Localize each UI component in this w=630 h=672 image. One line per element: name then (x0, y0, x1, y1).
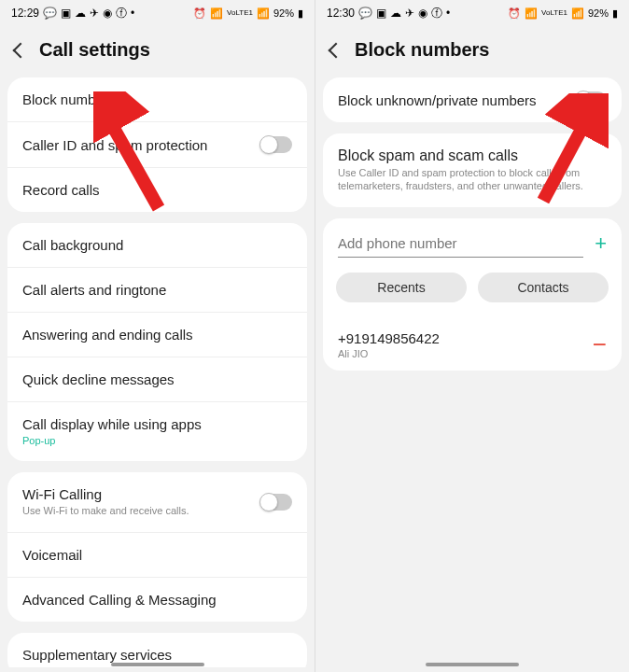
sublabel: Use Wi-Fi to make and receive calls. (22, 504, 260, 517)
page-title: Call settings (39, 39, 150, 61)
settings-group-2: Call background Call alerts and ringtone… (7, 223, 307, 461)
clock: 12:29 (11, 7, 39, 20)
label: Answering and ending calls (22, 327, 193, 343)
row-advanced[interactable]: Advanced Calling & Messaging (7, 578, 307, 622)
battery-text: 92% (588, 7, 609, 19)
row-block-numbers[interactable]: Block numbers (7, 77, 307, 122)
wifi-icon: 📶 (525, 7, 538, 20)
label: Call display while using apps (22, 416, 292, 432)
blocked-number: +919149856422 (338, 330, 440, 346)
minus-icon[interactable]: − (593, 332, 607, 357)
telegram-icon: ✈ (405, 7, 414, 20)
signal-icon: 📶 (257, 7, 270, 20)
facebook-icon: ⓕ (431, 6, 442, 21)
row-block-spam[interactable]: Block spam and scam calls Use Caller ID … (323, 133, 622, 207)
row-call-alerts[interactable]: Call alerts and ringtone (7, 268, 307, 313)
label: Block spam and scam calls (338, 147, 607, 164)
telegram-icon: ✈ (90, 7, 99, 20)
wifi-icon: 📶 (210, 7, 223, 20)
back-icon[interactable] (329, 42, 344, 58)
header: Call settings (0, 26, 315, 77)
home-indicator[interactable] (111, 663, 204, 666)
settings-group-3: Wi-Fi Calling Use Wi-Fi to make and rece… (7, 472, 307, 621)
row-caller-id[interactable]: Caller ID and spam protection (7, 122, 307, 168)
play-icon: ▣ (61, 7, 71, 20)
cloud-icon: ☁ (75, 7, 86, 20)
row-quick-decline[interactable]: Quick decline messages (7, 357, 307, 402)
phone-left: 12:29 💬 ▣ ☁ ✈ ◉ ⓕ • ⏰ 📶 VoLTE1 📶 92% ▮ C… (0, 0, 315, 672)
sublabel: Pop-up (22, 434, 292, 447)
label: Block numbers (22, 91, 115, 107)
volte-icon: VoLTE1 (227, 9, 253, 17)
back-icon[interactable] (13, 42, 29, 58)
add-phone-input[interactable] (338, 230, 583, 258)
camera-icon: ◉ (418, 7, 427, 20)
home-indicator[interactable] (426, 663, 519, 666)
camera-icon: ◉ (103, 7, 112, 20)
alarm-icon: ⏰ (508, 7, 521, 20)
block-spam-card: Block spam and scam calls Use Caller ID … (323, 133, 622, 207)
chat-icon: 💬 (43, 7, 57, 20)
volte-icon: VoLTE1 (541, 9, 567, 17)
alarm-icon: ⏰ (193, 7, 206, 20)
more-icon: • (131, 7, 134, 20)
label: Advanced Calling & Messaging (22, 592, 217, 608)
sublabel: Use Caller ID and spam protection to blo… (338, 166, 607, 193)
blocked-name: Ali JIO (338, 348, 440, 359)
status-bar: 12:29 💬 ▣ ☁ ✈ ◉ ⓕ • ⏰ 📶 VoLTE1 📶 92% ▮ (0, 0, 315, 26)
toggle-block-unknown[interactable] (575, 91, 607, 108)
header: Block numbers (315, 26, 629, 77)
label: Caller ID and spam protection (22, 137, 207, 153)
page-title: Block numbers (355, 39, 489, 61)
toggle-wifi-calling[interactable] (260, 494, 292, 511)
label: Record calls (22, 182, 100, 198)
battery-text: 92% (273, 7, 294, 19)
label: Call alerts and ringtone (22, 282, 166, 298)
label: Supplementary services (22, 647, 172, 663)
label: Block unknown/private numbers (338, 92, 537, 108)
row-call-display[interactable]: Call display while using apps Pop-up (7, 402, 307, 461)
recents-button[interactable]: Recents (336, 273, 467, 302)
clock: 12:30 (327, 7, 355, 20)
label: Quick decline messages (22, 371, 175, 387)
label: Wi-Fi Calling (22, 486, 260, 502)
plus-icon[interactable]: + (595, 231, 607, 256)
battery-icon: ▮ (612, 7, 618, 20)
label: Voicemail (22, 547, 82, 563)
cloud-icon: ☁ (390, 7, 401, 20)
row-call-background[interactable]: Call background (7, 223, 307, 268)
row-record-calls[interactable]: Record calls (7, 168, 307, 212)
row-block-unknown[interactable]: Block unknown/private numbers (323, 77, 622, 122)
status-bar: 12:30 💬 ▣ ☁ ✈ ◉ ⓕ • ⏰ 📶 VoLTE1 📶 92% ▮ (315, 0, 629, 26)
toggle-caller-id[interactable] (260, 136, 292, 153)
add-number-card: + Recents Contacts +919149856422 Ali JIO… (323, 218, 622, 371)
label: Call background (22, 237, 123, 253)
play-icon: ▣ (376, 7, 386, 20)
block-unknown-card: Block unknown/private numbers (323, 77, 622, 122)
row-answering[interactable]: Answering and ending calls (7, 313, 307, 357)
facebook-icon: ⓕ (116, 6, 127, 21)
phone-right: 12:30 💬 ▣ ☁ ✈ ◉ ⓕ • ⏰ 📶 VoLTE1 📶 92% ▮ B… (315, 0, 629, 672)
signal-icon: 📶 (571, 7, 584, 20)
chat-icon: 💬 (358, 7, 372, 20)
add-number-row: + (323, 218, 622, 263)
settings-group-1: Block numbers Caller ID and spam protect… (7, 77, 307, 212)
row-voicemail[interactable]: Voicemail (7, 533, 307, 578)
more-icon: • (446, 7, 450, 20)
blocked-entry[interactable]: +919149856422 Ali JIO − (323, 319, 622, 371)
row-wifi-calling[interactable]: Wi-Fi Calling Use Wi-Fi to make and rece… (7, 472, 307, 532)
source-buttons: Recents Contacts (323, 263, 622, 319)
contacts-button[interactable]: Contacts (478, 273, 609, 302)
battery-icon: ▮ (298, 7, 303, 20)
